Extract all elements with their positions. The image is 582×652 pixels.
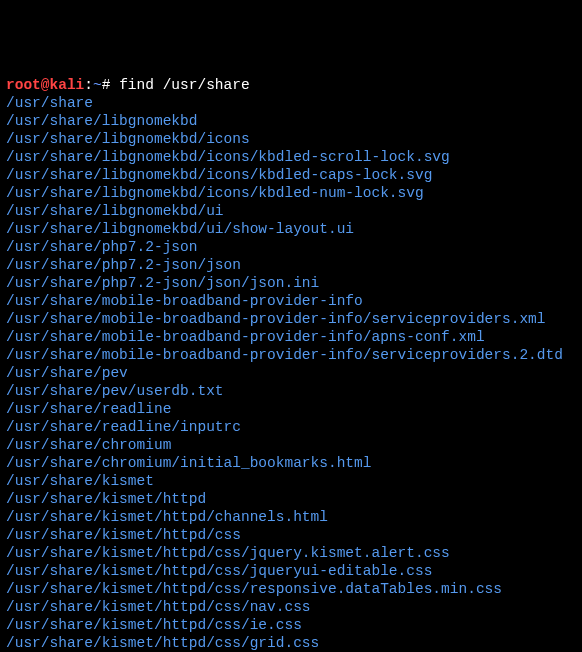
terminal[interactable]: root@kali:~# find /usr/share/usr/share/u… — [6, 76, 576, 652]
output-line: /usr/share/kismet/httpd/channels.html — [6, 508, 576, 526]
prompt-hash: # — [102, 77, 119, 93]
prompt-user: root — [6, 77, 41, 93]
output-container: /usr/share/usr/share/libgnomekbd/usr/sha… — [6, 94, 576, 652]
output-line: /usr/share/php7.2-json/json/json.ini — [6, 274, 576, 292]
output-line: /usr/share/readline — [6, 400, 576, 418]
output-line: /usr/share/readline/inputrc — [6, 418, 576, 436]
output-line: /usr/share/chromium — [6, 436, 576, 454]
output-line: /usr/share/libgnomekbd/ui/show-layout.ui — [6, 220, 576, 238]
output-line: /usr/share/php7.2-json/json — [6, 256, 576, 274]
output-line: /usr/share/mobile-broadband-provider-inf… — [6, 346, 576, 364]
output-line: /usr/share/libgnomekbd/icons/kbdled-num-… — [6, 184, 576, 202]
output-line: /usr/share/pev/userdb.txt — [6, 382, 576, 400]
output-line: /usr/share/mobile-broadband-provider-inf… — [6, 292, 576, 310]
output-line: /usr/share/kismet/httpd/css/grid.css — [6, 634, 576, 652]
output-line: /usr/share/chromium/initial_bookmarks.ht… — [6, 454, 576, 472]
output-line: /usr/share/libgnomekbd/icons/kbdled-scro… — [6, 148, 576, 166]
output-line: /usr/share/mobile-broadband-provider-inf… — [6, 310, 576, 328]
output-line: /usr/share/libgnomekbd — [6, 112, 576, 130]
output-line: /usr/share/kismet — [6, 472, 576, 490]
output-line: /usr/share/kismet/httpd/css/nav.css — [6, 598, 576, 616]
output-line: /usr/share/kismet/httpd — [6, 490, 576, 508]
output-line: /usr/share — [6, 94, 576, 112]
prompt-colon: : — [84, 77, 93, 93]
output-line: /usr/share/kismet/httpd/css — [6, 526, 576, 544]
output-line: /usr/share/libgnomekbd/icons/kbdled-caps… — [6, 166, 576, 184]
prompt-path: ~ — [93, 77, 102, 93]
output-line: /usr/share/mobile-broadband-provider-inf… — [6, 328, 576, 346]
command-text: find /usr/share — [119, 77, 250, 93]
prompt-line: root@kali:~# find /usr/share — [6, 76, 576, 94]
output-line: /usr/share/libgnomekbd/ui — [6, 202, 576, 220]
output-line: /usr/share/libgnomekbd/icons — [6, 130, 576, 148]
prompt-at: @ — [41, 77, 50, 93]
output-line: /usr/share/php7.2-json — [6, 238, 576, 256]
output-line: /usr/share/kismet/httpd/css/ie.css — [6, 616, 576, 634]
output-line: /usr/share/kismet/httpd/css/responsive.d… — [6, 580, 576, 598]
output-line: /usr/share/kismet/httpd/css/jqueryui-edi… — [6, 562, 576, 580]
output-line: /usr/share/pev — [6, 364, 576, 382]
output-line: /usr/share/kismet/httpd/css/jquery.kisme… — [6, 544, 576, 562]
prompt-host: kali — [50, 77, 85, 93]
